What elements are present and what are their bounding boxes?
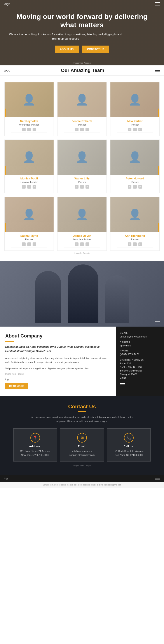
team-divider xyxy=(11,132,47,133)
team-card-info: Sasha Payne Partner f t in xyxy=(5,232,54,250)
team-member-role: Worldwide Partner xyxy=(7,124,51,126)
facebook-icon[interactable]: f xyxy=(75,185,78,188)
facebook-icon[interactable]: f xyxy=(22,128,26,131)
career-apply: apply here xyxy=(120,344,160,347)
twitter-icon[interactable]: t xyxy=(27,242,31,246)
instagram-icon[interactable]: in xyxy=(138,185,142,188)
phone-label: PHONE xyxy=(120,350,160,352)
team-card: 👤 Monica Pouli Creative Leader f t in xyxy=(4,140,54,193)
contact-cards: 📍 Address: 121 Rock Street, 21 Avenue, N… xyxy=(4,428,160,462)
contact-us-button[interactable]: CONTACT US xyxy=(82,46,109,53)
facebook-icon[interactable]: f xyxy=(128,242,131,246)
twitter-icon[interactable]: t xyxy=(80,242,84,246)
hero-hamburger[interactable] xyxy=(155,2,160,6)
about-left: About Company Dignissim Enim Sit Amet Ve… xyxy=(0,326,116,396)
team-nav-hamburger[interactable] xyxy=(155,69,160,72)
about-body2: Vel pharetra vel turpis nunc eget lorem.… xyxy=(5,366,110,370)
facebook-icon[interactable]: f xyxy=(128,185,131,188)
team-nav-logo: logo xyxy=(4,69,10,72)
instagram-icon[interactable]: in xyxy=(33,242,36,246)
contact-text: Nid nisi scelerisque eu ultrices vitae a… xyxy=(27,415,137,423)
team-card-image: 👤 xyxy=(5,82,54,117)
contact-card: 📞 Call us: 121 Rock Street, 21 Avenue, N… xyxy=(107,428,151,462)
team-card-info: Peter Howard Partner f t in xyxy=(110,175,159,193)
facebook-icon[interactable]: f xyxy=(22,242,26,246)
twitter-icon[interactable]: t xyxy=(133,185,137,188)
photo-hamburger[interactable] xyxy=(155,321,160,324)
team-card-image: 👤 xyxy=(5,140,54,175)
team-member-name: Jennie Roberts xyxy=(60,120,104,123)
contact-card-value: hello@company.com support@company.com xyxy=(64,449,100,457)
contact-card-title: Address: xyxy=(17,445,53,448)
facebook-icon[interactable]: f xyxy=(128,128,131,131)
team-card-info: Monica Pouli Creative Leader f t in xyxy=(5,175,54,193)
facebook-icon[interactable]: f xyxy=(75,128,78,131)
team-card-image: 👤 xyxy=(110,140,159,175)
team-socials: f t in xyxy=(113,128,157,131)
team-card: 👤 Peter Howard Partner f t in xyxy=(110,140,160,193)
team-socials: f t in xyxy=(60,242,104,246)
team-member-role: Associate Partner xyxy=(60,238,104,241)
team-socials: f t in xyxy=(7,242,51,246)
twitter-icon[interactable]: t xyxy=(80,185,84,188)
team-card-image: 👤 xyxy=(57,140,107,175)
team-member-role: Partner xyxy=(60,124,104,126)
team-member-role: Partner xyxy=(113,238,157,241)
about-right-hamburger[interactable] xyxy=(120,383,160,386)
team-member-name: Nat Reynolds xyxy=(7,120,51,123)
contact-card-title: Email: xyxy=(64,445,100,448)
team-grid: 👤 Nat Reynolds Worldwide Partner f t in … xyxy=(4,82,160,251)
career-label: CAREER xyxy=(120,341,160,344)
about-accent-line xyxy=(5,341,14,342)
instagram-icon[interactable]: in xyxy=(86,185,89,188)
about-photo-section xyxy=(0,261,164,326)
contact-icon: ✉ xyxy=(77,433,87,442)
instagram-icon[interactable]: in xyxy=(33,128,36,131)
instagram-icon[interactable]: in xyxy=(138,128,142,131)
team-card: 👤 Ann Richmond Partner f t in xyxy=(110,197,160,251)
hero-image-credit: Image from Freepik xyxy=(73,62,91,64)
about-img-credit: Image from Freepik xyxy=(5,373,110,375)
team-card: 👤 Nat Reynolds Worldwide Partner f t in xyxy=(4,82,54,136)
about-us-button[interactable]: ABOUT US xyxy=(55,46,79,53)
sample-text: Sample text. Click to select the text bo… xyxy=(0,482,164,488)
team-divider xyxy=(117,132,153,133)
apply-here-link[interactable]: apply here xyxy=(120,344,131,347)
contact-card: ✉ Email: hello@company.com support@compa… xyxy=(60,428,104,462)
instagram-icon[interactable]: in xyxy=(86,128,89,131)
team-member-name: Ann Richmond xyxy=(113,234,157,238)
team-card-info: Mila Parker Partner f t in xyxy=(110,117,159,136)
team-divider xyxy=(64,247,100,248)
twitter-icon[interactable]: t xyxy=(133,242,137,246)
team-socials: f t in xyxy=(7,128,51,131)
team-divider xyxy=(117,247,153,248)
team-card-image: 👤 xyxy=(57,197,107,232)
facebook-icon[interactable]: f xyxy=(22,185,26,188)
team-card-info: James Oliver Associate Partner f t in xyxy=(57,232,107,250)
contact-card-value: 121 Rock Street, 21 Avenue, New York, NY… xyxy=(17,449,53,457)
hero-section: logo Moving our world forward by deliver… xyxy=(0,0,164,66)
twitter-icon[interactable]: t xyxy=(80,128,84,131)
team-card-info: Jennie Roberts Partner f t in xyxy=(57,117,107,136)
contact-card-title: Call us: xyxy=(111,445,147,448)
instagram-icon[interactable]: in xyxy=(33,185,36,188)
instagram-icon[interactable]: in xyxy=(86,242,89,246)
twitter-icon[interactable]: t xyxy=(27,185,31,188)
hero-title: Moving our world forward by delivering w… xyxy=(9,12,155,29)
email-value: adrian@yourwebsite.com xyxy=(120,335,160,338)
team-navbar: logo Our Amazing Team xyxy=(0,66,164,76)
team-socials: f t in xyxy=(60,128,104,131)
instagram-icon[interactable]: in xyxy=(138,242,142,246)
phone-value: (+987) 987 654 321 xyxy=(120,352,160,356)
team-card-image: 👤 xyxy=(57,82,107,117)
bottom-hamburger[interactable] xyxy=(155,477,160,480)
team-card-image: 👤 xyxy=(5,197,54,232)
contact-image-credit: Images from Freepik xyxy=(4,464,160,467)
twitter-icon[interactable]: t xyxy=(133,128,137,131)
team-member-role: Creative Leader xyxy=(7,181,51,183)
team-member-name: Monica Pouli xyxy=(7,177,51,180)
team-card: 👤 Sasha Payne Partner f t in xyxy=(4,197,54,251)
facebook-icon[interactable]: f xyxy=(75,242,78,246)
twitter-icon[interactable]: t xyxy=(27,128,31,131)
read-more-button[interactable]: READ MORE xyxy=(5,383,28,389)
